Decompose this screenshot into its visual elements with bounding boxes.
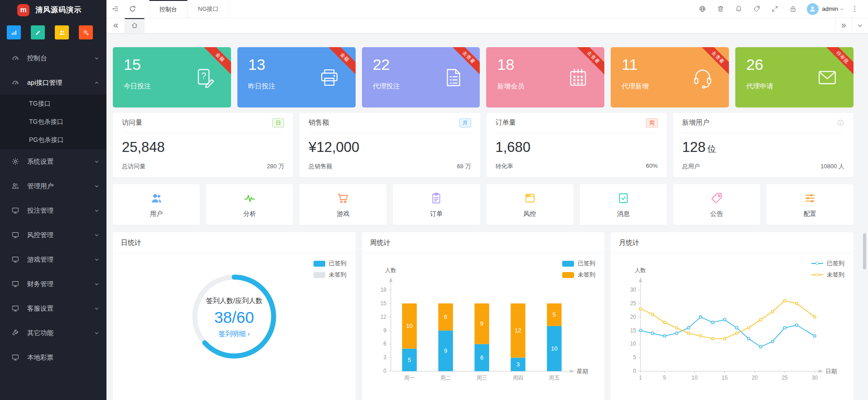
- lock-icon[interactable]: [784, 0, 802, 18]
- wrench-icon: [11, 329, 19, 337]
- sidebar-item-console[interactable]: 控制台: [0, 46, 106, 70]
- shortcut-config[interactable]: 配置: [767, 184, 854, 225]
- chevrons-right-icon[interactable]: [835, 18, 852, 33]
- svg-text:日期: 日期: [825, 368, 837, 375]
- shortcut-games[interactable]: 游戏: [299, 184, 386, 225]
- svg-text:6: 6: [480, 354, 483, 361]
- quick-edit-button[interactable]: [31, 25, 45, 39]
- svg-text:18: 18: [380, 287, 386, 293]
- sidebar-item-system-settings[interactable]: 系统设置: [0, 149, 106, 174]
- tagbar: [106, 18, 868, 34]
- monitor-icon: [11, 206, 19, 215]
- tab-console[interactable]: 控制台: [149, 0, 188, 18]
- legend-item[interactable]: 未签到: [313, 271, 347, 279]
- avatar[interactable]: [807, 3, 819, 15]
- shortcut-analysis[interactable]: 分析: [206, 184, 293, 225]
- kpi-new-users: 新增用户 128位 总用户 10800 人: [673, 113, 854, 177]
- trash-icon[interactable]: [712, 0, 730, 18]
- kpi-value: 128位: [682, 139, 844, 156]
- stat-card-new-members[interactable]: 18 新增会员 去查看: [486, 47, 604, 107]
- sidebar-subitem-pg-baosha[interactable]: PG包杀接口: [0, 131, 106, 149]
- stat-card-agent-bets[interactable]: 22 代理投注 去查看: [362, 47, 480, 107]
- quick-chart-button[interactable]: [7, 25, 21, 39]
- chevron-down-icon: [94, 330, 100, 336]
- sidebar-item-manage-users[interactable]: 管理用户: [0, 174, 106, 198]
- legend-item[interactable]: 已签到: [562, 259, 595, 268]
- quick-users-button[interactable]: [55, 25, 69, 39]
- chevrons-left-icon[interactable]: [106, 18, 125, 33]
- kpi-title: 访问量: [122, 118, 142, 127]
- sidebar-item-bet-management[interactable]: 投注管理: [0, 198, 106, 223]
- logo-icon: m: [17, 4, 29, 16]
- sidebar-subitem-tg[interactable]: TG接口: [0, 95, 106, 113]
- legend-line-marker: [811, 272, 823, 278]
- message-icon: [617, 191, 630, 205]
- chevron-down-icon[interactable]: [852, 18, 868, 33]
- globe-icon[interactable]: [694, 0, 712, 18]
- shortcut-label: 风控: [524, 210, 536, 218]
- refresh-icon[interactable]: [124, 0, 141, 18]
- app-title: 清风源码演示: [35, 5, 82, 15]
- monthly-stats-card: 月统计 已签到 未签到 051015202530人数日期151015202530: [611, 232, 854, 400]
- svg-text:30: 30: [812, 375, 818, 381]
- kpi-footer-value: 60%: [646, 162, 658, 171]
- stat-card-yesterday-bets[interactable]: 13 昨日投注 金额: [237, 47, 356, 107]
- badge-week[interactable]: 周: [646, 118, 658, 127]
- envelope-icon: [815, 66, 839, 89]
- shortcut-messages[interactable]: 消息: [580, 184, 667, 225]
- sidebar-item-api-management[interactable]: api接口管理: [0, 70, 106, 95]
- badge-day[interactable]: 日: [272, 118, 284, 127]
- sidebar-item-finance-management[interactable]: 财务管理: [0, 272, 106, 296]
- svg-text:10: 10: [692, 375, 698, 381]
- chevron-down-icon: [94, 281, 100, 287]
- svg-text:3: 3: [516, 361, 520, 368]
- signin-ratio-value: 38/60: [214, 308, 254, 327]
- legend-item[interactable]: 已签到: [811, 259, 844, 268]
- user-menu[interactable]: admin: [822, 5, 844, 12]
- info-icon[interactable]: [837, 119, 844, 127]
- menu-toggle-icon[interactable]: [106, 0, 124, 18]
- chart-title: 周统计: [362, 232, 605, 254]
- shortcut-users[interactable]: 用户: [113, 184, 200, 225]
- sidebar-item-other-functions[interactable]: 其它功能: [0, 321, 106, 345]
- legend-item[interactable]: 未签到: [811, 271, 844, 279]
- scrollbar-thumb[interactable]: [863, 233, 866, 269]
- stat-card-agent-applications[interactable]: 26 代理申请 待审批: [735, 47, 854, 107]
- tag-icon[interactable]: [748, 0, 766, 18]
- legend-item[interactable]: 已签到: [313, 259, 347, 268]
- sidebar-item-game-management[interactable]: 游戏管理: [0, 247, 106, 272]
- svg-text:9: 9: [383, 327, 386, 334]
- tab-ng-api[interactable]: NG接口: [188, 0, 229, 18]
- weekly-stats-card: 周统计 已签到 未签到 0369121518人数星期510周一96周二69周三3…: [362, 232, 605, 400]
- stat-card-today-bets[interactable]: 15 今日投注 ? 金额: [113, 47, 231, 107]
- bell-icon[interactable]: [730, 0, 748, 18]
- shortcut-orders[interactable]: 订单: [393, 184, 480, 225]
- sidebar-menu: 控制台 api接口管理 TG接口 TG包杀接口 PG包杀接口 系统设置 管理用户: [0, 46, 106, 400]
- sidebar-subitem-tg-baosha[interactable]: TG包杀接口: [0, 113, 106, 131]
- kebab-icon[interactable]: [847, 0, 863, 18]
- topbar-right: admin: [694, 0, 868, 18]
- fullscreen-icon[interactable]: [766, 0, 784, 18]
- kpi-footer-label: 总用户: [682, 162, 700, 171]
- legend-item[interactable]: 未签到: [562, 271, 595, 279]
- main-column: 控制台 NG接口 admin: [106, 0, 868, 400]
- signin-detail-link[interactable]: 签到明细 ›: [218, 330, 250, 338]
- topbar-tabs: 控制台 NG接口: [149, 0, 229, 18]
- sidebar-item-local-lottery[interactable]: 本地彩票: [0, 345, 106, 370]
- doc-edit-icon: ?: [193, 66, 217, 89]
- chevron-down-icon: [94, 208, 100, 214]
- shortcut-announcements[interactable]: 公告: [673, 184, 760, 225]
- monitor-icon: [11, 231, 19, 239]
- home-tab[interactable]: [125, 18, 145, 33]
- svg-text:10: 10: [406, 322, 412, 329]
- sidebar-item-service-settings[interactable]: 客服设置: [0, 296, 106, 321]
- chevron-down-icon: [94, 55, 100, 61]
- shortcut-risk[interactable]: 风控: [487, 184, 574, 225]
- monthly-legend: 已签到 未签到: [811, 259, 844, 279]
- stat-card-new-agents[interactable]: 11 代理新增 去查看: [611, 47, 729, 107]
- sidebar-item-risk-management[interactable]: 风控管理: [0, 223, 106, 247]
- calendar-icon: [566, 66, 590, 89]
- badge-month[interactable]: 月: [459, 118, 471, 127]
- sidebar-item-label: api接口管理: [27, 78, 62, 87]
- quick-settings-button[interactable]: [79, 25, 93, 39]
